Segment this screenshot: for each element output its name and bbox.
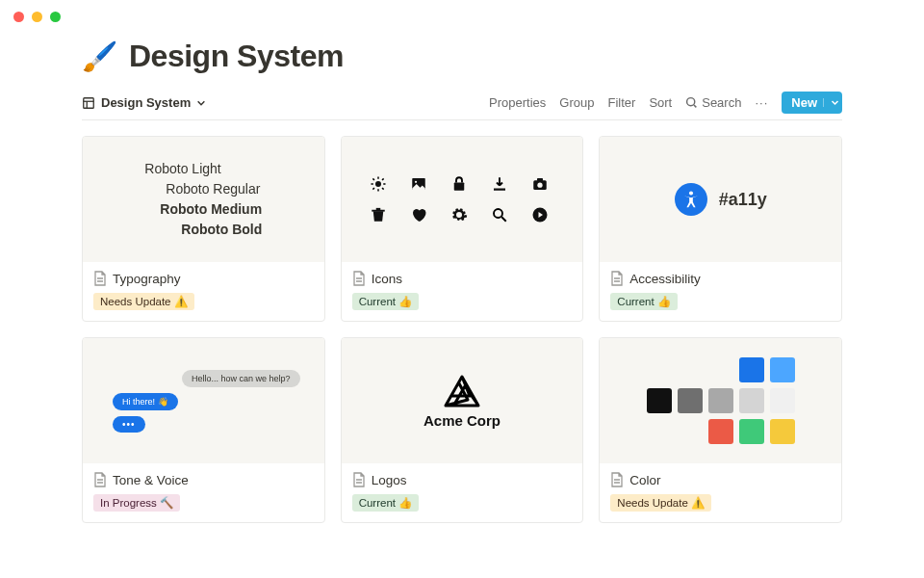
color-swatch [708,388,733,413]
svg-rect-0 [84,97,94,108]
close-dot[interactable] [13,12,24,22]
card-body: Logos Current 👍 [342,463,583,522]
board-view-icon [82,96,95,110]
gear-icon [450,206,468,223]
new-button-label: New [791,95,817,110]
lock-icon [450,175,468,193]
color-swatch [739,357,764,382]
svg-line-4 [694,105,696,107]
color-swatch [739,388,764,413]
gallery-card[interactable]: Roboto LightRoboto RegularRoboto MediumR… [82,136,325,322]
icons-preview [370,175,554,223]
color-swatch [770,357,795,382]
card-preview [342,137,583,262]
sort-button[interactable]: Sort [649,95,672,110]
card-title: Accessibility [629,272,701,286]
status-tag: In Progress 🔨 [93,494,180,512]
status-tag: Current 👍 [352,293,420,310]
color-swatch [739,419,764,444]
color-swatch [678,388,703,413]
card-preview: Roboto LightRoboto RegularRoboto MediumR… [83,137,324,262]
image-icon [410,175,427,193]
chat-bubble-incoming: Hello... how can we help? [182,370,300,387]
card-preview [600,338,841,463]
page-emoji[interactable]: 🖌️ [82,39,117,73]
play-icon [531,206,549,223]
font-sample: Roboto Regular [166,179,260,199]
card-preview: #a11y [600,137,841,262]
more-options-button[interactable]: ··· [755,95,768,110]
search-button[interactable]: Search [685,95,741,110]
typing-indicator: ••• [113,416,145,433]
card-title: Tone & Voice [113,473,189,487]
card-preview: Acme Corp [342,338,583,463]
logo-preview: Acme Corp [424,374,500,429]
card-grid: Roboto LightRoboto RegularRoboto MediumR… [82,136,842,523]
status-tag: Current 👍 [610,293,678,310]
card-preview: Hello... how can we help?Hi there! 👋••• [83,338,324,463]
status-tag: Needs Update ⚠️ [610,494,711,512]
fullscreen-dot[interactable] [50,12,61,22]
page-icon [610,271,624,286]
minimize-dot[interactable] [32,12,42,22]
penrose-logo-icon [443,374,481,408]
page-icon [352,271,366,286]
properties-button[interactable]: Properties [489,95,546,110]
card-body: Color Needs Update ⚠️ [600,463,841,522]
card-body: Tone & Voice In Progress 🔨 [83,463,324,522]
font-sample: Roboto Light [144,159,220,179]
search-icon [685,96,698,109]
gallery-card[interactable]: Color Needs Update ⚠️ [599,337,842,523]
camera-icon [531,175,549,193]
chat-bubble-outgoing: Hi there! 👋 [113,393,178,410]
heart-icon [410,206,427,223]
window-traffic-lights [13,12,61,22]
page-icon [352,472,366,487]
svg-point-3 [687,98,695,106]
new-button[interactable]: New [782,92,842,114]
page-icon [93,271,107,286]
chevron-down-icon [831,98,839,107]
page-title-row: 🖌️ Design System [82,39,842,74]
new-button-dropdown[interactable] [823,98,840,107]
status-tag: Needs Update ⚠️ [93,293,194,310]
card-title: Color [629,473,660,487]
color-swatch [770,419,795,444]
card-title: Icons [372,272,402,286]
card-body: Accessibility Current 👍 [600,262,841,321]
color-swatch [770,388,795,413]
color-preview [647,357,795,444]
chat-preview: Hello... how can we help?Hi there! 👋••• [107,370,300,433]
page-title[interactable]: Design System [129,39,344,74]
page-icon [610,472,624,487]
a11y-label: #a11y [719,190,767,210]
search-label: Search [702,95,741,110]
a11y-preview: #a11y [675,183,767,216]
logo-name: Acme Corp [424,412,500,429]
card-title: Typography [113,272,181,286]
database-toolbar: Design System Properties Group Filter So… [82,92,842,120]
typography-preview: Roboto LightRoboto RegularRoboto MediumR… [144,159,262,240]
gallery-card[interactable]: Acme Corp Logos Current 👍 [341,337,584,523]
view-selector[interactable]: Design System [82,95,206,110]
search-icon [491,206,508,223]
gallery-card[interactable]: Icons Current 👍 [341,136,584,322]
view-name: Design System [101,95,191,110]
gallery-card[interactable]: #a11y Accessibility Current 👍 [599,136,842,322]
font-sample: Roboto Bold [181,220,262,240]
color-swatch [708,419,733,444]
accessibility-icon [675,183,707,216]
gallery-card[interactable]: Hello... how can we help?Hi there! 👋••• … [82,337,325,523]
color-swatch [647,388,672,413]
page-icon [93,472,107,487]
chevron-down-icon [196,98,206,108]
group-button[interactable]: Group [559,95,594,110]
status-tag: Current 👍 [352,494,420,512]
font-sample: Roboto Medium [160,199,262,220]
trash-icon [370,206,387,223]
card-title: Logos [372,473,407,487]
sun-icon [370,175,387,193]
card-body: Typography Needs Update ⚠️ [83,262,324,321]
filter-button[interactable]: Filter [607,95,635,110]
card-body: Icons Current 👍 [342,262,583,321]
